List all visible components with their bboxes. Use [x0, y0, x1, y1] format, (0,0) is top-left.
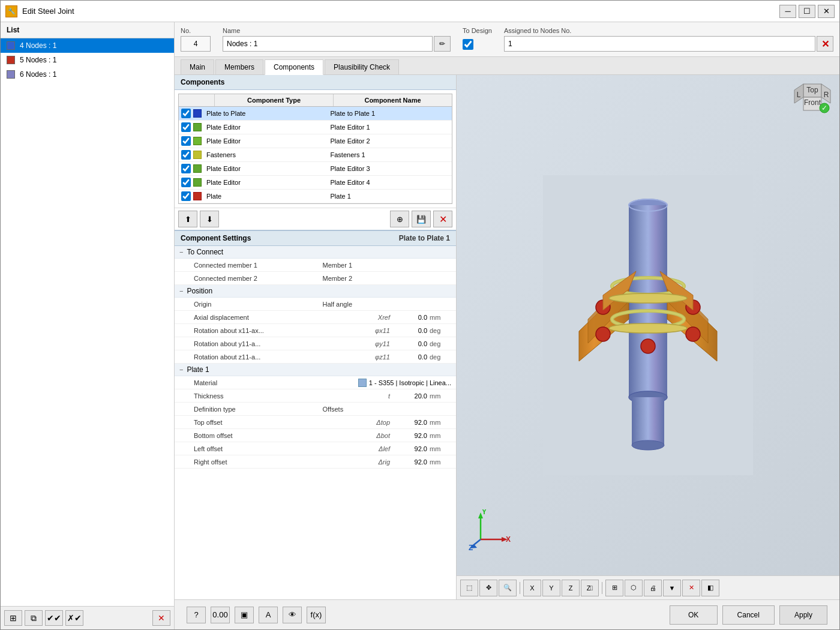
svg-rect-16 [632, 397, 664, 445]
group-plate1: − Plate 1 Material 1 - S355 | Isotropic … [175, 364, 456, 469]
value-button[interactable]: 0.00 [211, 607, 230, 623]
move-down-button[interactable]: ⬇ [200, 211, 219, 227]
help-button[interactable]: ? [187, 607, 206, 623]
prop-label: Rotation about y11-a... [194, 340, 364, 347]
comp-checkbox[interactable] [181, 164, 191, 173]
delete-component-button[interactable]: ✕ [433, 211, 452, 227]
dialog-footer: ? 0.00 ▣ A 👁 f(x) OK Cancel Apply [175, 599, 839, 629]
to-design-checkbox[interactable] [463, 39, 473, 50]
comp-color-swatch [193, 109, 202, 118]
minimize-button[interactable]: ─ [779, 5, 796, 18]
comp-type-cell: Plate Editor [204, 137, 328, 145]
move-up-button[interactable]: ⬆ [178, 211, 197, 227]
comp-checkbox[interactable] [181, 109, 191, 118]
viewport-3d[interactable]: Top Front L R ✓ [457, 75, 839, 575]
vp-dropdown-button[interactable]: ▼ [663, 580, 681, 596]
vp-render-button[interactable]: ⬡ [625, 580, 643, 596]
maximize-button[interactable]: ☐ [799, 5, 815, 18]
prop-label: Origin [194, 301, 323, 308]
title-bar: 🔧 Edit Steel Joint ─ ☐ ✕ [1, 1, 839, 22]
prop-label: Definition type [194, 406, 323, 413]
apply-button[interactable]: Apply [779, 605, 827, 625]
comp-name-cell: Plate Editor 4 [331, 179, 450, 186]
comp-row[interactable]: Plate Editor Plate Editor 2 [179, 134, 452, 148]
text-button[interactable]: A [259, 607, 278, 623]
no-field: No. 4 [181, 27, 211, 52]
axes-indicator: Y X Z [469, 509, 505, 545]
name-input[interactable] [223, 36, 433, 52]
clear-assigned-button[interactable]: ✕ [817, 36, 833, 52]
delete-item-button[interactable]: ✕ [152, 610, 170, 626]
comp-row[interactable]: Plate to Plate Plate to Plate 1 [179, 107, 452, 121]
assigned-input[interactable] [504, 36, 815, 52]
group-header-to-connect[interactable]: − To Connect [175, 246, 456, 259]
tab-components[interactable]: Components [265, 59, 323, 75]
vp-settings-button[interactable]: ◧ [701, 580, 719, 596]
vp-cancel-button[interactable]: ✕ [682, 580, 700, 596]
vp-view-x-button[interactable]: X [523, 580, 541, 596]
add-component-button[interactable]: ⊕ [390, 211, 409, 227]
list-items: 4 Nodes : 1 5 Nodes : 1 6 Nodes : 1 [1, 38, 174, 606]
comp-row[interactable]: Plate Editor Plate Editor 1 [179, 121, 452, 134]
group-header-position[interactable]: − Position [175, 285, 456, 298]
save-component-button[interactable]: 💾 [412, 211, 431, 227]
prop-row-rot-z: Rotation about z11-a... φz11 0.0 deg [175, 350, 456, 364]
tab-plausibility[interactable]: Plausibility Check [325, 59, 399, 74]
copy-item-button[interactable]: ⧉ [25, 610, 43, 626]
prop-row-left-offset: Left offset Δlef 92.0 mm [175, 442, 456, 455]
formula-button[interactable]: f(x) [307, 607, 326, 623]
cancel-button[interactable]: Cancel [722, 605, 775, 625]
comp-row[interactable]: Plate Editor Plate Editor 3 [179, 162, 452, 176]
tab-members[interactable]: Members [215, 59, 263, 74]
edit-name-button[interactable]: ✏ [434, 36, 451, 52]
comp-name-cell: Plate Editor 3 [331, 165, 450, 172]
comp-type-cell: Plate [204, 193, 328, 200]
vp-print-button[interactable]: 🖨 [644, 580, 662, 596]
vp-pan-button[interactable]: ✥ [479, 580, 497, 596]
view-button[interactable]: 👁 [283, 607, 302, 623]
list-item-label: 4 Nodes : 1 [20, 41, 56, 50]
group-header-plate1[interactable]: − Plate 1 [175, 364, 456, 376]
tab-main[interactable]: Main [181, 59, 214, 74]
comp-row[interactable]: Plate Editor Plate Editor 4 [179, 176, 452, 190]
ok-button[interactable]: OK [670, 605, 718, 625]
prop-symbol: Δtop [364, 419, 394, 426]
svg-text:Top: Top [806, 86, 818, 94]
list-item[interactable]: 6 Nodes : 1 [1, 67, 174, 82]
prop-label: Rotation about x11-ax... [194, 327, 364, 334]
material-cell: 1 - S355 | Isotropic | Linea... [358, 379, 451, 387]
comp-color-swatch [193, 192, 202, 200]
comp-checkbox[interactable] [181, 191, 191, 201]
comp-checkbox[interactable] [181, 122, 191, 132]
comp-row[interactable]: Plate Plate 1 [179, 190, 452, 203]
add-item-button[interactable]: ⊞ [4, 610, 22, 626]
material-button[interactable]: ▣ [235, 607, 254, 623]
nav-cube[interactable]: Top Front L R ✓ [791, 81, 833, 123]
close-button[interactable]: ✕ [818, 5, 835, 18]
prop-row-rot-x: Rotation about x11-ax... φx11 0.0 deg [175, 324, 456, 337]
vp-view-xz-button[interactable]: Z⃝ [581, 580, 599, 596]
comp-row[interactable]: Fasteners Fasteners 1 [179, 148, 452, 162]
vp-layers-button[interactable]: ⊞ [605, 580, 623, 596]
list-item[interactable]: 5 Nodes : 1 [1, 53, 174, 67]
check-all-button[interactable]: ✔✔ [45, 610, 63, 626]
vp-view-z-button[interactable]: Z [562, 580, 580, 596]
vp-view-y-button[interactable]: Y [542, 580, 560, 596]
footer-left: ? 0.00 ▣ A 👁 f(x) [187, 607, 326, 623]
header-row: No. 4 Name ✏ To Design [175, 22, 839, 57]
prop-symbol: t [364, 392, 394, 400]
main-content: List 4 Nodes : 1 5 Nodes : 1 6 Nodes : 1… [1, 22, 839, 629]
list-item[interactable]: 4 Nodes : 1 [1, 38, 174, 53]
group-to-connect: − To Connect Connected member 1 Member 1… [175, 246, 456, 285]
to-design-field: To Design [463, 27, 492, 52]
uncheck-all-button[interactable]: ✗✔ [65, 610, 83, 626]
prop-row-def-type: Definition type Offsets [175, 403, 456, 416]
to-design-label: To Design [463, 27, 492, 34]
comp-checkbox[interactable] [181, 150, 191, 160]
comp-checkbox[interactable] [181, 136, 191, 146]
prop-row-connected1: Connected member 1 Member 1 [175, 259, 456, 272]
vp-select-button[interactable]: ⬚ [460, 580, 478, 596]
vp-zoom-all-button[interactable]: 🔍 [499, 580, 517, 596]
list-header: List [1, 22, 174, 38]
comp-checkbox[interactable] [181, 178, 191, 187]
